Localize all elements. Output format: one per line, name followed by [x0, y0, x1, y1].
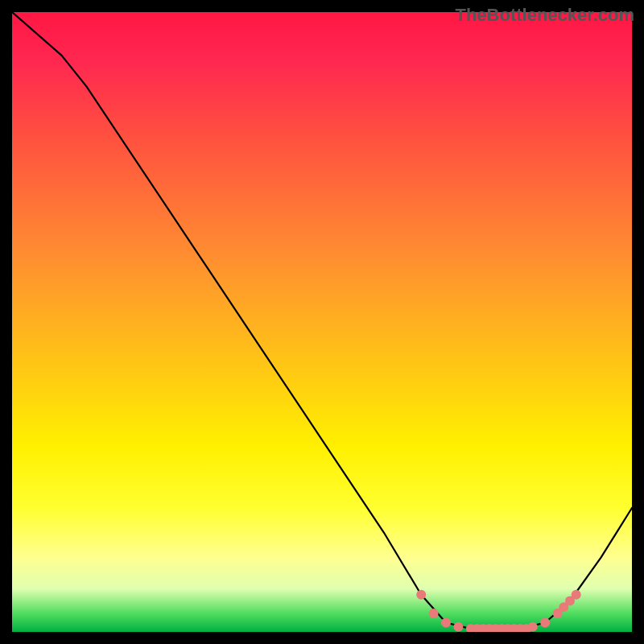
watermark-text: TheBottlenecker.com — [455, 5, 634, 26]
chart-background-gradient — [12, 12, 632, 632]
chart-plot-area — [12, 12, 632, 632]
